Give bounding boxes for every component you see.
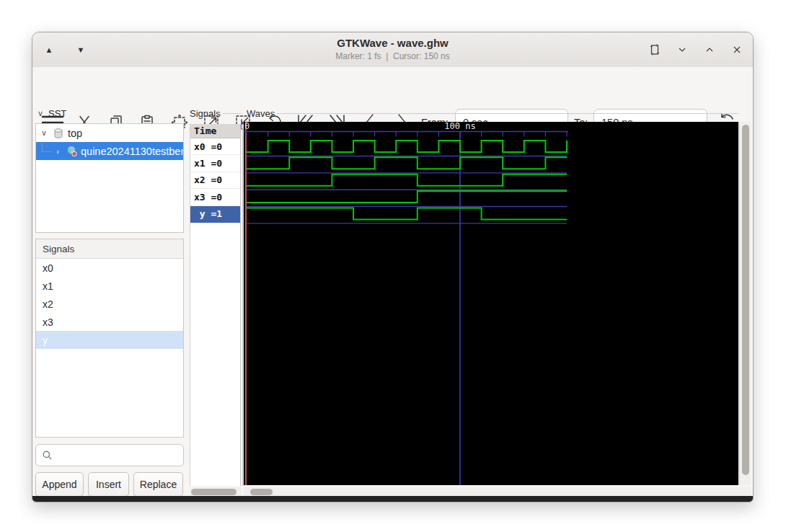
close-icon[interactable]: [728, 41, 746, 58]
signal-value-row[interactable]: x3 =0: [190, 189, 240, 205]
scrollbar-thumb[interactable]: [191, 489, 237, 495]
tree-item-top[interactable]: ∨ top: [36, 124, 183, 142]
insert-button[interactable]: Insert: [88, 472, 129, 497]
waves-panel-legend: Waves: [247, 108, 739, 119]
titlebar: ▲ ▼ GTKWave - wave.ghw Marker: 1 fs | Cu…: [32, 32, 753, 68]
svg-text:100 ns: 100 ns: [444, 122, 475, 131]
scroll-up-icon[interactable]: ▲: [41, 42, 57, 58]
tree-item-label: top: [68, 128, 82, 139]
waves-hscroll-track[interactable]: [244, 487, 751, 496]
sst-section-header[interactable]: ∨ SST: [35, 108, 66, 119]
signal-list-item-x0[interactable]: x0: [36, 259, 183, 277]
tree-guide: [42, 143, 51, 152]
tree-item-label: quine20241130testbench: [81, 146, 183, 157]
signal-search-box[interactable]: [35, 444, 184, 466]
search-icon: [42, 450, 53, 461]
values-panel-label: Signals: [190, 108, 221, 119]
scroll-down-icon[interactable]: ▼: [73, 42, 89, 58]
signal-list-item-x3[interactable]: x3: [36, 313, 183, 331]
signal-list-item-y[interactable]: y: [36, 331, 183, 349]
sst-expander-icon[interactable]: ∨: [35, 109, 45, 118]
svg-text:0: 0: [244, 122, 250, 131]
values-hscroll-track[interactable]: [190, 487, 242, 496]
window-title: GTKWave - wave.ghw: [32, 36, 753, 50]
values-panel-legend: Signals: [190, 108, 242, 119]
signal-value-row[interactable]: x0 =0: [190, 138, 240, 155]
marker-cursor-status: Marker: 1 fs | Cursor: 150 ns: [32, 50, 753, 62]
toolbar: From: To:: [32, 67, 753, 109]
signal-value-row[interactable]: y =1: [190, 206, 240, 223]
window-bottom-edge: [32, 496, 753, 502]
gtkwave-window: ▲ ▼ GTKWave - wave.ghw Marker: 1 fs | Cu…: [32, 32, 754, 502]
module-icon: [66, 145, 78, 157]
signals-list-panel: Signals x0x1x2x3y: [35, 239, 184, 438]
signal-value-row[interactable]: x1 =0: [190, 155, 240, 172]
shade-up-icon[interactable]: [701, 41, 718, 58]
sst-label: SST: [48, 108, 66, 119]
expander-right-icon[interactable]: ›: [53, 147, 63, 156]
wave-display[interactable]: 0100 ns: [244, 122, 738, 485]
waves-vertical-scrollbar[interactable]: [739, 122, 751, 485]
signal-list-item-x2[interactable]: x2: [36, 295, 183, 313]
sst-tree: ∨ top › quine20241130testbench: [35, 123, 184, 233]
signal-list-item-x1[interactable]: x1: [36, 277, 183, 295]
signal-value-row[interactable]: x2 =0: [190, 172, 240, 189]
values-panel: Time x0 =0x1 =0x2 =0x3 =0 y =1: [190, 124, 241, 486]
waves-label: Waves: [247, 108, 275, 119]
fullscreen-icon[interactable]: [646, 41, 663, 58]
expander-down-icon[interactable]: ∨: [39, 128, 49, 138]
signals-list-header[interactable]: Signals: [36, 239, 183, 259]
append-button[interactable]: Append: [35, 472, 84, 497]
search-input[interactable]: [57, 449, 183, 461]
shade-down-icon[interactable]: [674, 41, 691, 58]
replace-button[interactable]: Replace: [133, 472, 183, 497]
database-icon: [53, 128, 64, 139]
scrollbar-thumb[interactable]: [250, 489, 273, 495]
scrollbar-thumb[interactable]: [742, 125, 749, 475]
time-header[interactable]: Time: [190, 124, 240, 138]
tree-item-testbench[interactable]: › quine20241130testbench: [36, 142, 183, 160]
